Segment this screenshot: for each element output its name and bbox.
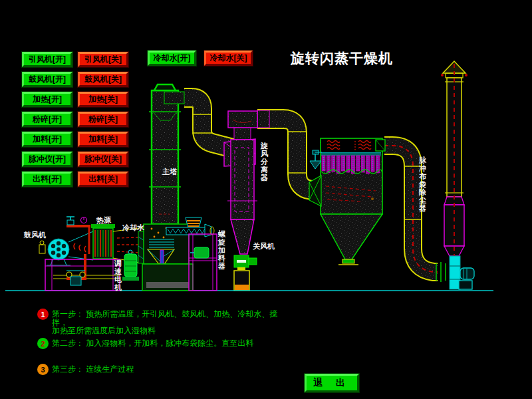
induced-draft-fan — [450, 256, 474, 289]
cooling-on-button[interactable]: 冷却水[开] — [148, 51, 196, 66]
cyclone-separator — [224, 110, 269, 254]
product-bin — [234, 271, 249, 291]
hmi-screen: 旋转闪蒸干燥机 引风机[开] 引风机[关] 鼓风机[开] 鼓风机[关] 加热[开… — [0, 0, 532, 399]
blower-on-button[interactable]: 鼓风机[开] — [22, 72, 72, 87]
crush-off-button[interactable]: 粉碎[关] — [78, 112, 128, 127]
feed-on-button[interactable]: 加料[开] — [22, 132, 72, 147]
step-3-text: 第三步： 连续生产过程 — [52, 365, 134, 374]
filter-bags — [321, 156, 382, 174]
speed-motor-label: 调速电机 — [114, 259, 122, 291]
heating-on-button[interactable]: 加热[开] — [22, 92, 72, 107]
cooling-water-label: 冷却水 — [122, 223, 144, 231]
step-2-text: 第二步： 加入湿物料，开加料，脉冲布袋除尘。直至出料 — [52, 339, 253, 348]
cyclone-label: 旋风分离器 — [261, 142, 269, 182]
cooling-off-button[interactable]: 冷却水[关] — [204, 51, 253, 66]
step-2-badge: 2 — [37, 338, 49, 349]
pipe-frame — [45, 254, 120, 291]
screw-feeder-label: 螺旋加料器 — [218, 230, 226, 270]
page-title: 旋转闪蒸干燥机 — [291, 49, 404, 68]
bag-filter-label: 脉冲布袋除尘器 — [419, 156, 427, 212]
blower-fan — [39, 239, 70, 265]
rotary-valve-label: 关风机 — [253, 242, 275, 250]
discharge-off-button[interactable]: 出料[关] — [78, 172, 128, 187]
main-tower — [149, 84, 184, 224]
heating-off-button[interactable]: 加热[关] — [78, 92, 128, 107]
fan-id-off-button[interactable]: 引风机[关] — [78, 52, 128, 67]
discharge-on-button[interactable]: 出料[开] — [22, 172, 72, 187]
heater — [91, 224, 115, 259]
pulse-off-button[interactable]: 脉冲仪[关] — [78, 152, 128, 167]
crush-on-button[interactable]: 粉碎[开] — [22, 112, 72, 127]
step-3-badge: 3 — [37, 364, 49, 375]
heat-source-label: 热源 — [96, 216, 111, 224]
step-1-text: 第一步： 预热所需温度，开引风机、鼓风机、加热、冷却水、搅 拌， 加热至所需温度… — [52, 310, 277, 335]
water-pipe — [66, 217, 90, 254]
blower-label: 鼓风机 — [24, 231, 46, 239]
exit-button[interactable]: 退 出 — [305, 374, 359, 392]
pulse-on-button[interactable]: 脉冲仪[开] — [22, 152, 72, 167]
blower-off-button[interactable]: 鼓风机[关] — [78, 72, 128, 87]
step-1-badge: 1 — [37, 309, 49, 320]
speed-motor — [122, 250, 139, 281]
fan-id-on-button[interactable]: 引风机[开] — [22, 52, 72, 67]
filter-outlet-box — [376, 140, 385, 151]
main-tower-label: 主塔 — [162, 168, 177, 176]
rotary-valve — [234, 255, 257, 270]
feed-off-button[interactable]: 加料[关] — [78, 132, 128, 147]
duct-filter-to-fan — [384, 146, 446, 282]
bag-filter-housing — [321, 138, 382, 214]
